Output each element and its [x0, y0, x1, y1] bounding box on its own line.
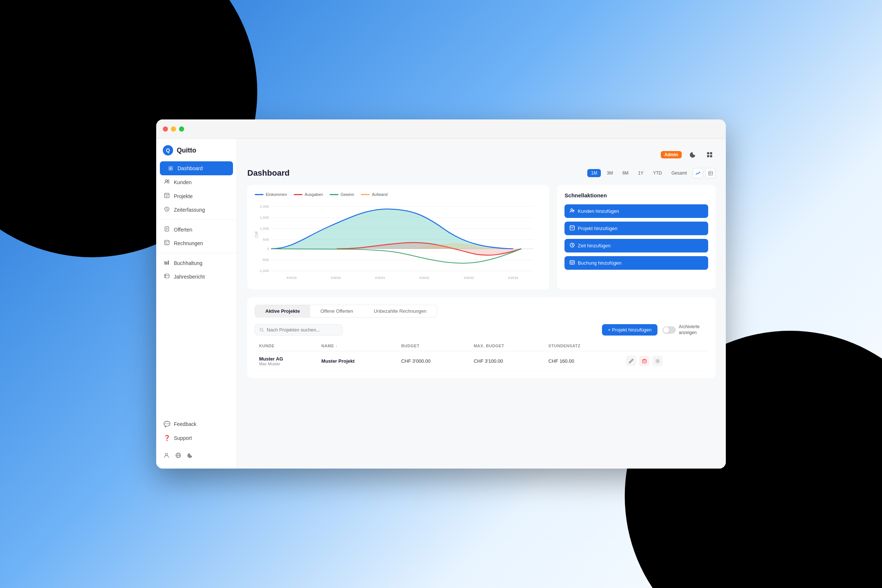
sidebar-item-feedback[interactable]: 💬 Feedback — [156, 417, 237, 431]
filter-1y[interactable]: 1Y — [634, 169, 647, 177]
sidebar-item-projekte[interactable]: Projekte — [156, 189, 237, 203]
search-box[interactable] — [255, 324, 343, 336]
svg-text:2,000: 2,000 — [260, 205, 269, 208]
add-kunden-btn[interactable]: Kunden hinzufügen — [564, 204, 708, 218]
svg-text:KW33: KW33 — [464, 276, 474, 280]
titlebar — [156, 119, 726, 138]
projekte-icon — [164, 193, 170, 199]
sort-icon: ↕ — [336, 344, 338, 348]
sidebar-item-zeiterfassung[interactable]: Zeiterfassung — [156, 203, 237, 216]
buchhaltung-icon — [164, 260, 170, 266]
main-content: Admin Dashboard 1M 3M 6M 1Y YTD — [237, 138, 726, 469]
svg-rect-2 — [165, 193, 169, 198]
toggle-knob — [663, 327, 669, 333]
filter-6m[interactable]: 6M — [619, 169, 633, 177]
svg-line-8 — [167, 209, 168, 210]
svg-rect-65 — [570, 261, 574, 264]
client-sub: Max Muster — [259, 362, 313, 366]
add-projekt-btn[interactable]: Projekt hinzufügen — [564, 222, 708, 235]
zeiterfassung-icon — [164, 207, 170, 213]
chart-view-btn[interactable] — [693, 168, 703, 178]
filter-1m[interactable]: 1M — [587, 169, 601, 177]
sidebar-item-kunden[interactable]: Kunden — [156, 175, 237, 189]
logo-text: Quitto — [177, 147, 196, 154]
svg-rect-70 — [642, 360, 646, 363]
svg-rect-28 — [710, 152, 712, 154]
legend-ausgaben: Ausgaben — [294, 192, 323, 196]
sidebar-item-buchhaltung[interactable]: Buchhaltung — [156, 256, 237, 270]
tab-offene-offerten[interactable]: Offene Offerten — [310, 305, 363, 317]
svg-text:KW29: KW29 — [286, 276, 297, 280]
svg-rect-19 — [168, 261, 169, 265]
filter-gesamt[interactable]: Gesamt — [668, 169, 690, 177]
delete-button[interactable] — [639, 356, 650, 366]
svg-point-23 — [165, 453, 168, 456]
maximize-button[interactable] — [179, 126, 184, 132]
add-buchung-btn[interactable]: Buchung hinzufügen — [564, 256, 708, 270]
col-budget: BUDGET — [397, 340, 469, 351]
col-name: NAME ↕ — [317, 340, 397, 351]
bottom-card: Aktive Projekte Offene Offerten Unbezahl… — [248, 297, 716, 378]
chart-svg-wrapper: 2,000 1,500 1,000 500 0 -500 -1,000 CHF — [255, 201, 542, 282]
filter-3m[interactable]: 3M — [603, 169, 616, 177]
table-controls: + Projekt hinzufügen Archivierte anzeige… — [255, 324, 708, 336]
layout-topbar-icon[interactable] — [704, 149, 716, 160]
svg-text:-1,000: -1,000 — [259, 269, 269, 273]
filter-ytd[interactable]: YTD — [650, 169, 666, 177]
settings-button[interactable] — [652, 356, 663, 366]
dark-mode-icon[interactable] — [187, 452, 193, 460]
cell-project-name: Muster Projekt — [317, 351, 397, 371]
tab-unbezahlte-rechnungen[interactable]: Unbezahlte Rechnungen — [363, 305, 436, 317]
dark-mode-topbar-icon[interactable] — [687, 149, 699, 160]
svg-text:KW31: KW31 — [375, 276, 385, 280]
main-layout: Q Quitto ⊞ Dashboard Kunden — [156, 138, 726, 469]
svg-text:KW32: KW32 — [419, 276, 429, 280]
svg-text:-500: -500 — [262, 258, 269, 262]
archive-toggle-switch[interactable] — [663, 326, 676, 334]
project-name: Muster Projekt — [322, 358, 355, 364]
svg-text:500: 500 — [263, 238, 269, 242]
svg-rect-18 — [166, 262, 167, 265]
sidebar-item-offerten[interactable]: Offerten — [156, 223, 237, 236]
sidebar-item-jahresbericht[interactable]: Jahresbericht — [156, 270, 237, 284]
time-filter-bar: 1M 3M 6M 1Y YTD Gesamt — [587, 168, 716, 178]
sidebar-item-dashboard[interactable]: ⊞ Dashboard — [160, 161, 233, 175]
svg-rect-13 — [165, 240, 169, 245]
row-actions — [626, 356, 704, 366]
edit-button[interactable] — [626, 356, 636, 366]
quick-actions-title: Schnellaktionen — [564, 192, 708, 198]
jahresbericht-icon — [164, 273, 170, 280]
add-kunden-icon — [570, 208, 575, 214]
sidebar-nav: ⊞ Dashboard Kunden Projekte — [156, 161, 237, 413]
admin-badge: Admin — [661, 151, 682, 158]
sidebar-item-rechnungen[interactable]: Rechnungen — [156, 236, 237, 250]
col-stundensatz: STUNDENSATZ — [544, 340, 621, 351]
profile-icon[interactable] — [164, 452, 170, 460]
app-window: Q Quitto ⊞ Dashboard Kunden — [156, 119, 726, 469]
logo-area: Q Quitto — [156, 144, 237, 161]
chart-card: Einkommen Ausgaben Gewinn Aufwand — [248, 185, 549, 289]
table-view-btn[interactable] — [705, 168, 716, 178]
add-project-button[interactable]: + Projekt hinzufügen — [602, 324, 657, 336]
col-actions — [621, 340, 708, 351]
dashboard-header: Dashboard 1M 3M 6M 1Y YTD Gesamt — [248, 168, 716, 178]
language-icon[interactable] — [175, 452, 181, 460]
table-header-row: KUNDE NAME ↕ BUDGET MAX. BUDGET STUNDENS… — [255, 340, 708, 351]
tab-aktive-projekte[interactable]: Aktive Projekte — [255, 305, 310, 317]
right-controls: + Projekt hinzufügen Archivierte anzeige… — [602, 324, 708, 336]
minimize-button[interactable] — [171, 126, 176, 132]
svg-line-64 — [572, 245, 573, 246]
dashboard-icon: ⊞ — [167, 165, 174, 172]
close-button[interactable] — [163, 126, 168, 132]
search-input[interactable] — [267, 327, 338, 333]
svg-rect-59 — [570, 226, 574, 230]
add-buchung-icon — [570, 260, 575, 266]
cell-budget: CHF 3'000.00 — [397, 351, 469, 371]
cell-stundensatz: CHF 160.00 — [544, 351, 621, 371]
svg-point-0 — [165, 180, 167, 182]
traffic-lights — [163, 126, 184, 132]
add-zeit-btn[interactable]: Zeit hinzufügen — [564, 239, 708, 252]
sidebar-item-support[interactable]: ❓ Support — [156, 431, 237, 445]
offerten-icon — [164, 226, 170, 232]
svg-point-56 — [571, 209, 573, 211]
